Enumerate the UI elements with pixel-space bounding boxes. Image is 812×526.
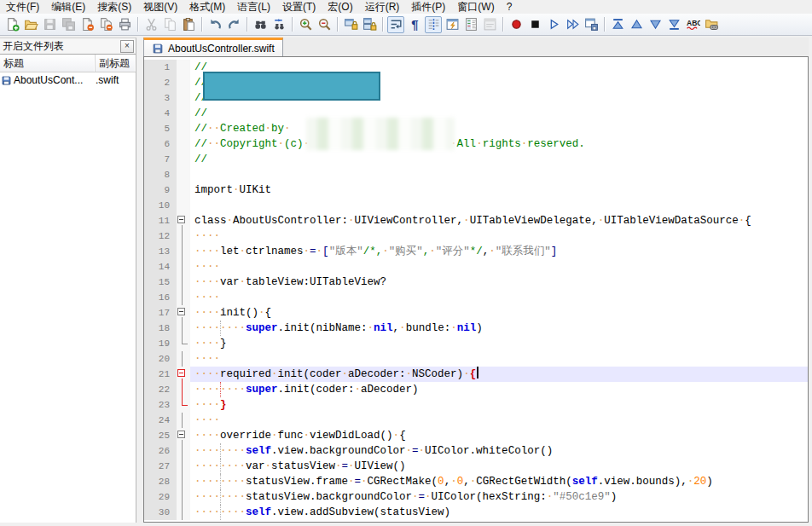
nav-previous-button[interactable] xyxy=(628,16,645,33)
copy-button[interactable] xyxy=(161,16,178,33)
code-line-19[interactable]: 19····} xyxy=(144,336,808,351)
column-header-1[interactable]: 副标题 xyxy=(96,55,136,72)
nav-last-button[interactable] xyxy=(665,16,682,33)
macro-record-button[interactable] xyxy=(508,16,525,33)
code-line-12[interactable]: 12···· xyxy=(144,228,808,244)
code-text[interactable]: ····} xyxy=(190,397,808,413)
code-line-5[interactable]: 5//··Created·by· xyxy=(144,121,808,136)
function-completion-button[interactable] xyxy=(444,16,461,33)
code-line-27[interactable]: 27········var·statusView·=·UIView() xyxy=(144,459,808,474)
code-text[interactable]: ···· xyxy=(190,228,808,244)
code-text[interactable]: ····let·ctrlnames·=·["版本"/*,·"购买",·"评分"*… xyxy=(190,244,808,259)
open-file-button[interactable] xyxy=(22,16,39,33)
code-text[interactable]: ········super.init(coder:·aDecoder) xyxy=(190,382,808,397)
code-line-20[interactable]: 20···· xyxy=(144,351,808,367)
doclist-close-button[interactable]: × xyxy=(120,40,134,53)
fold-marker[interactable] xyxy=(177,367,190,382)
code-text[interactable]: ···· xyxy=(190,413,808,428)
nav-next-button[interactable] xyxy=(647,16,664,33)
code-text[interactable]: ····init()·{ xyxy=(190,305,808,321)
menu-item-8[interactable]: 运行(R) xyxy=(359,0,406,14)
close-file-button[interactable] xyxy=(78,16,96,33)
zoom-out-button[interactable] xyxy=(316,16,333,33)
code-text[interactable]: //··Copyright·(c)·······················… xyxy=(190,136,808,152)
close-all-button[interactable] xyxy=(97,16,114,33)
fold-marker[interactable] xyxy=(177,305,190,321)
code-line-29[interactable]: 29········statusView.backgroundColor·=·U… xyxy=(144,489,808,505)
undo-button[interactable] xyxy=(206,16,223,33)
code-line-28[interactable]: 28········statusView.frame·=·CGRectMake(… xyxy=(144,474,808,489)
word-wrap-button[interactable] xyxy=(387,16,404,33)
new-file-button[interactable] xyxy=(3,16,20,33)
menu-item-7[interactable]: 宏(O) xyxy=(322,0,358,14)
code-line-6[interactable]: 6//··Copyright·(c)······················… xyxy=(144,136,808,152)
indent-guide-button[interactable] xyxy=(425,16,442,33)
zoom-in-button[interactable] xyxy=(297,16,314,33)
menu-item-6[interactable]: 设置(T) xyxy=(276,0,322,14)
paste-button[interactable] xyxy=(180,16,197,33)
sync-vertical-button[interactable] xyxy=(342,16,359,33)
macro-run-multiple-button[interactable] xyxy=(564,16,581,33)
code-text[interactable]: class·AboutUsController:·UIViewControlle… xyxy=(190,213,808,228)
code-text[interactable]: ········self.view.backgroundColor·=·UICo… xyxy=(190,443,808,459)
code-line-8[interactable]: 8 xyxy=(144,167,808,182)
menu-item-11[interactable]: ? xyxy=(501,0,519,14)
code-text[interactable]: ········statusView.frame·=·CGRectMake(0,… xyxy=(190,474,808,489)
doclist-row[interactable]: AboutUsCont....swift xyxy=(0,72,136,88)
folder-as-workspace-button[interactable] xyxy=(703,16,720,33)
code-text[interactable]: ···· xyxy=(190,351,808,367)
menu-item-10[interactable]: 窗口(W) xyxy=(451,0,500,14)
code-text[interactable]: ····required·init(coder·aDecoder:·NSCode… xyxy=(190,367,808,382)
menu-item-9[interactable]: 插件(P) xyxy=(405,0,451,14)
code-line-22[interactable]: 22········super.init(coder:·aDecoder) xyxy=(144,382,808,397)
code-line-11[interactable]: 11class·AboutUsController:·UIViewControl… xyxy=(144,213,808,228)
code-text[interactable]: ········self.view.addSubview(statusView) xyxy=(190,505,808,520)
code-line-7[interactable]: 7// xyxy=(144,152,808,167)
code-line-24[interactable]: 24···· xyxy=(144,413,808,428)
code-text[interactable]: ····var·tableView:UITableView? xyxy=(190,275,808,290)
code-text[interactable] xyxy=(190,167,808,182)
code-text[interactable]: ····override·func·viewDidLoad()·{ xyxy=(190,428,808,443)
code-text[interactable]: ········super.init(nibName:·nil,·bundle:… xyxy=(190,321,808,336)
fold-marker[interactable] xyxy=(177,428,190,443)
code-line-9[interactable]: 9import·UIKit xyxy=(144,182,808,198)
macro-play-button[interactable] xyxy=(545,16,562,33)
document-switcher-button[interactable] xyxy=(481,16,498,33)
code-text[interactable]: ···· xyxy=(190,290,808,305)
menu-item-3[interactable]: 视图(V) xyxy=(137,0,183,14)
code-line-16[interactable]: 16···· xyxy=(144,290,808,305)
code-text[interactable]: ········var·statusView·=·UIView() xyxy=(190,459,808,474)
code-line-13[interactable]: 13····let·ctrlnames·=·["版本"/*,·"购买",·"评分… xyxy=(144,244,808,259)
code-line-10[interactable]: 10 xyxy=(144,198,808,213)
menu-item-2[interactable]: 搜索(S) xyxy=(91,0,137,14)
spell-check-button[interactable] xyxy=(684,16,701,33)
code-text[interactable]: ····} xyxy=(190,336,808,351)
code-text[interactable]: // xyxy=(190,152,808,167)
menu-item-0[interactable]: 文件(F) xyxy=(0,0,45,14)
menu-item-1[interactable]: 编辑(E) xyxy=(45,0,91,14)
cut-button[interactable] xyxy=(142,16,160,33)
code-line-30[interactable]: 30········self.view.addSubview(statusVie… xyxy=(144,505,808,520)
replace-button[interactable] xyxy=(270,16,287,33)
macro-save-button[interactable] xyxy=(583,16,600,33)
code-text[interactable]: ···· xyxy=(190,259,808,275)
column-header-0[interactable]: 标题 xyxy=(0,55,96,72)
redo-button[interactable] xyxy=(225,16,242,33)
code-line-26[interactable]: 26········self.view.backgroundColor·=·UI… xyxy=(144,443,808,459)
code-text[interactable]: ········statusView.backgroundColor·=·UIC… xyxy=(190,489,808,505)
code-line-18[interactable]: 18········super.init(nibName:·nil,·bundl… xyxy=(144,321,808,336)
fold-marker[interactable] xyxy=(177,213,190,228)
save-all-button[interactable] xyxy=(60,16,77,33)
menu-item-5[interactable]: 语言(L) xyxy=(231,0,276,14)
code-line-25[interactable]: 25····override·func·viewDidLoad()·{ xyxy=(144,428,808,443)
find-button[interactable] xyxy=(252,16,269,33)
nav-first-button[interactable] xyxy=(609,16,626,33)
document-map-button[interactable] xyxy=(462,16,479,33)
print-button[interactable] xyxy=(116,16,133,33)
save-button[interactable] xyxy=(41,16,58,33)
code-line-4[interactable]: 4// xyxy=(144,106,808,121)
code-line-23[interactable]: 23····} xyxy=(144,397,808,413)
code-line-17[interactable]: 17····init()·{ xyxy=(144,305,808,321)
code-text[interactable] xyxy=(190,198,808,213)
code-text[interactable]: import·UIKit xyxy=(190,182,808,198)
